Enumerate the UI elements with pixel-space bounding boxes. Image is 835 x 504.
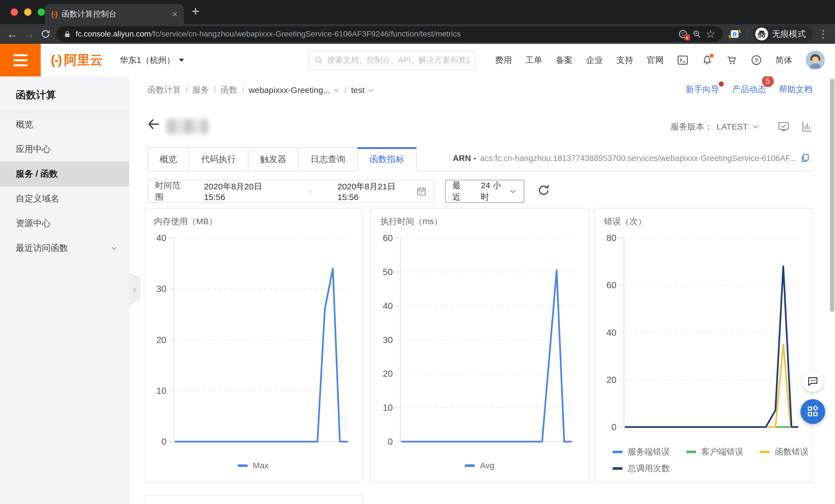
legend-swatch (612, 451, 623, 453)
legend-item-服务端错误[interactable]: 服务端错误 (612, 446, 670, 458)
beginner-guide-link[interactable]: 新手向导 (686, 84, 719, 95)
help-docs-link[interactable]: 帮助文档 (779, 84, 813, 95)
browser-tab[interactable]: (-) 函数计算控制台 × (45, 4, 184, 24)
tab-close-icon[interactable]: × (172, 9, 178, 19)
sidebar-collapse-handle[interactable]: ‹ (129, 273, 141, 306)
tab-触发器[interactable]: 触发器 (248, 147, 299, 172)
aliyun-logo[interactable]: (-) 阿里云 (51, 52, 103, 69)
address-bar[interactable]: fc.console.aliyun.com/fc/service/cn-hang… (56, 26, 722, 42)
line-chart: 806040200 (594, 208, 813, 483)
chevron-down-icon[interactable] (367, 87, 374, 94)
time-range-start[interactable]: 2020年8月20日 15:56 (204, 181, 283, 202)
metrics-chart-icon[interactable] (801, 121, 813, 133)
breadcrumb-item-3[interactable]: 函数 (221, 84, 238, 96)
product-news-link[interactable]: 产品动态 5 (732, 84, 766, 95)
browser-forward-button[interactable]: → (24, 28, 35, 40)
bookmark-star-icon[interactable]: ☆ (706, 29, 715, 39)
breadcrumb-item-5[interactable]: test (351, 85, 365, 95)
sidebar-item-1[interactable]: 概览 (0, 112, 129, 137)
tab-日志查询[interactable]: 日志查询 (298, 147, 358, 172)
window-controls (11, 8, 45, 16)
topbar-menu-费用[interactable]: 费用 (495, 55, 512, 66)
main-panel: 函数计算/服务/函数/webapixxx-Greeting.../test 新手… (129, 76, 835, 504)
svg-text:40: 40 (156, 233, 166, 243)
topbar-menu-企业[interactable]: 企业 (586, 55, 603, 66)
search-placeholder: 搜索文档、控制台、API、解决方案和资源 (327, 55, 470, 65)
language-selector[interactable]: 简体 (775, 55, 792, 66)
browser-menu-icon[interactable]: ⋮ (818, 28, 828, 40)
chevron-down-icon[interactable] (752, 123, 759, 130)
metric-card-2: 执行时间（ms）6050403020100Avg (370, 208, 589, 483)
breadcrumb-item-4[interactable]: webapixxx-Greeting... (249, 85, 330, 95)
cart-icon[interactable] (726, 55, 737, 66)
avatar[interactable] (806, 51, 825, 70)
legend-item-Max[interactable]: Max (238, 461, 269, 470)
sidebar-item-5[interactable]: 资源中心 (0, 211, 129, 236)
help-icon[interactable]: ? (751, 55, 762, 66)
service-version-label: 服务版本： (671, 121, 713, 133)
topbar-right: 费用工单备案企业支持官网 ? 简体 (495, 51, 835, 70)
svg-text:?: ? (755, 57, 758, 63)
sidebar-item-4[interactable]: 自定义域名 (0, 186, 129, 211)
products-menu-button[interactable] (0, 44, 41, 76)
browser-toolbar: ← → fc.console.aliyun.com/fc/service/cn-… (0, 24, 835, 44)
breadcrumb-separator: / (185, 85, 188, 95)
topbar-menu-工单[interactable]: 工单 (525, 55, 542, 66)
svg-text:20: 20 (606, 375, 616, 385)
browser-reload-button[interactable] (40, 29, 50, 39)
topbar-menu-备案[interactable]: 备案 (556, 55, 573, 66)
service-version-value[interactable]: LATEST (717, 122, 748, 132)
search-icon (314, 55, 323, 65)
new-tab-button[interactable]: + (191, 3, 200, 19)
legend-item-函数错误[interactable]: 函数错误 (760, 446, 809, 458)
topbar-menu-官网[interactable]: 官网 (647, 55, 664, 66)
notification-dot (719, 81, 724, 86)
global-search-input[interactable]: 搜索文档、控制台、API、解决方案和资源 (308, 51, 475, 70)
tab-函数指标[interactable]: 函数指标 (357, 147, 417, 172)
chart-title: 错误（次） (604, 216, 646, 227)
tab-概览[interactable]: 概览 (147, 147, 189, 172)
time-range-picker[interactable]: 时间范围 2020年8月20日 15:56 - 2020年8月21日 15:56 (147, 180, 434, 203)
breadcrumb-item-2[interactable]: 服务 (192, 84, 209, 96)
sidebar-item-label: 自定义域名 (16, 194, 59, 203)
region-selector[interactable]: 华东1（杭州） (120, 55, 184, 66)
window-close-button[interactable] (11, 8, 18, 16)
screen: (-) 函数计算控制台 × + ← → fc.console.aliyun.co… (0, 0, 835, 504)
notifications-bell-icon[interactable] (702, 55, 713, 65)
legend-item-客户端错误[interactable]: 客户端错误 (686, 446, 744, 458)
extension-icon[interactable]: R (728, 27, 741, 40)
breadcrumb-item-1[interactable]: 函数计算 (147, 84, 181, 96)
tab-代码执行[interactable]: 代码执行 (189, 147, 248, 172)
monitor-check-icon[interactable] (778, 121, 790, 133)
chevron-down-icon[interactable] (333, 87, 340, 94)
sidebar-item-2[interactable]: 应用中心 (0, 137, 129, 162)
feedback-chat-button[interactable] (802, 370, 823, 392)
legend-item-总调用次数[interactable]: 总调用次数 (612, 463, 670, 474)
sidebar-item-3[interactable]: 服务 / 函数 (0, 162, 129, 186)
arn-row: ARN - acs:fc:cn-hangzhou:181377438895370… (453, 154, 810, 163)
window-minimize-button[interactable] (24, 8, 32, 16)
time-range-end[interactable]: 2020年8月21日 15:56 (338, 181, 416, 202)
window-maximize-button[interactable] (38, 8, 45, 16)
widgets-button[interactable] (800, 399, 825, 424)
browser-back-button[interactable]: ← (7, 28, 18, 40)
topbar-menu-支持[interactable]: 支持 (616, 55, 633, 66)
cookie-blocked-icon[interactable]: x (678, 29, 688, 39)
calendar-icon[interactable] (416, 186, 427, 196)
caret-down-icon (179, 59, 184, 62)
copy-icon[interactable] (800, 154, 810, 163)
cloudshell-icon[interactable] (677, 55, 688, 66)
legend-item-Avg[interactable]: Avg (465, 461, 494, 470)
scrollbar-thumb[interactable] (830, 79, 834, 312)
sidebar-item-6[interactable]: 最近访问函数 (0, 236, 129, 260)
svg-text:20: 20 (383, 368, 393, 379)
back-arrow-button[interactable] (147, 117, 160, 131)
legend-label: 函数错误 (775, 446, 809, 458)
aliyun-logo-mark: (-) (51, 52, 61, 67)
function-tabs-row: 概览代码执行触发器日志查询函数指标 ARN - acs:fc:cn-hangzh… (147, 147, 813, 172)
lock-icon[interactable] (63, 31, 71, 38)
region-label: 华东1（杭州） (120, 55, 175, 66)
quick-range-select[interactable]: 最近 24 小时 (445, 180, 524, 203)
zoom-icon[interactable] (692, 29, 701, 39)
refresh-button[interactable] (537, 184, 550, 197)
